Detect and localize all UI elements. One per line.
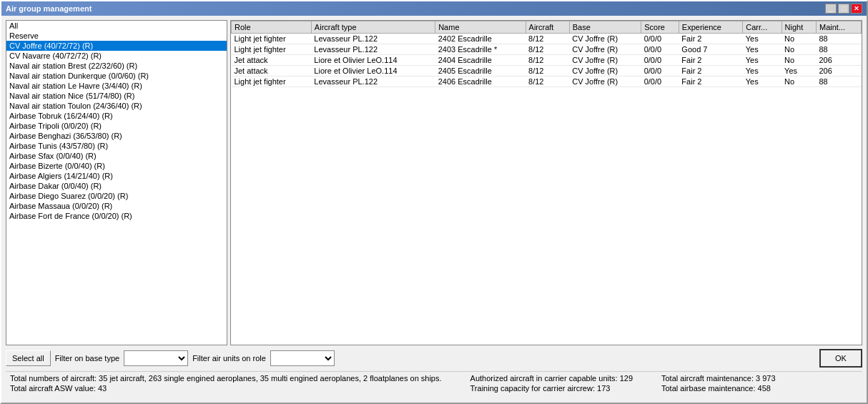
left-panel-item[interactable]: Airbase Algiers (14/21/40) (R) (6, 171, 227, 181)
air-group-management-window: Air group management _ □ ✕ AllReserveCV … (0, 0, 868, 404)
left-panel-item[interactable]: Airbase Massaua (0/0/20) (R) (6, 201, 227, 211)
table-cell: Jet attack (232, 55, 312, 66)
status-col-1: Total numbers of aircraft: 35 jet aircra… (10, 374, 442, 393)
status-line3: Authorized aircraft in carrier capable u… (470, 374, 633, 383)
table-cell: Yes (743, 34, 781, 44)
left-panel-item[interactable]: Airbase Tunis (43/57/80) (R) (6, 141, 227, 151)
table-cell: 88 (817, 44, 862, 55)
air-groups-table: RoleAircraft typeNameAircraftBaseScoreEx… (231, 21, 862, 87)
left-panel-item[interactable]: Airbase Bizerte (0/0/40) (R) (6, 161, 227, 171)
table-column-header[interactable]: Aircraft type (311, 21, 435, 34)
table-cell: 2405 Escadrille (435, 66, 526, 77)
table-cell: No (781, 44, 816, 55)
table-cell: 8/12 (526, 55, 569, 66)
left-panel-item[interactable]: Airbase Fort de France (0/0/20) (R) (6, 211, 227, 221)
table-cell: 0/0/0 (641, 55, 679, 66)
table-cell: CV Joffre (R) (569, 77, 641, 87)
table-row[interactable]: Light jet fighterLevasseur PL.1222403 Es… (232, 44, 862, 55)
table-column-header[interactable]: Maint... (817, 21, 862, 34)
table-row[interactable]: Light jet fighterLevasseur PL.1222402 Es… (232, 34, 862, 44)
table-cell: Yes (743, 77, 781, 87)
left-panel-item[interactable]: Naval air station Le Havre (3/4/40) (R) (6, 81, 227, 91)
ok-area: OK (819, 349, 862, 368)
table-column-header[interactable]: Base (569, 21, 641, 34)
table-cell: 2406 Escadrille (435, 77, 526, 87)
title-bar: Air group management _ □ ✕ (1, 1, 867, 16)
left-panel-item[interactable]: Airbase Tobruk (16/24/40) (R) (6, 111, 227, 121)
table-cell: Yes (743, 55, 781, 66)
filter-role-label: Filter air units on role (192, 354, 266, 363)
minimize-button[interactable]: _ (825, 4, 837, 14)
table-cell: Light jet fighter (232, 44, 312, 55)
status-col-2: Authorized aircraft in carrier capable u… (470, 374, 633, 393)
main-area: AllReserveCV Joffre (40/72/72) (R)CV Nav… (6, 20, 862, 345)
bottom-controls: Select all Filter on base type Filter ai… (6, 348, 862, 368)
left-panel-item[interactable]: All (6, 21, 227, 31)
table-cell: 2402 Escadrille (435, 34, 526, 44)
left-panel-item[interactable]: Airbase Dakar (0/0/40) (R) (6, 181, 227, 191)
status-line2: Total aircraft ASW value: 43 (10, 384, 442, 393)
status-line1: Total numbers of aircraft: 35 jet aircra… (10, 374, 442, 383)
left-panel[interactable]: AllReserveCV Joffre (40/72/72) (R)CV Nav… (6, 20, 227, 345)
table-cell: CV Joffre (R) (569, 66, 641, 77)
table-column-header[interactable]: Score (641, 21, 679, 34)
table-cell: 0/0/0 (641, 77, 679, 87)
table-cell: CV Joffre (R) (569, 34, 641, 44)
left-panel-item[interactable]: Naval air station Dunkerque (0/0/60) (R) (6, 71, 227, 81)
filter-base-dropdown[interactable] (124, 350, 188, 366)
table-cell: 8/12 (526, 66, 569, 77)
table-cell: Levasseur PL.122 (311, 44, 435, 55)
maximize-button[interactable]: □ (838, 4, 849, 14)
left-panel-item[interactable]: Naval air station Brest (22/32/60) (R) (6, 61, 227, 71)
status-line5: Total aircraft maintenance: 3 973 (661, 374, 776, 383)
table-cell: 2404 Escadrille (435, 55, 526, 66)
filter-base-label: Filter on base type (55, 354, 120, 363)
left-panel-item[interactable]: Airbase Tripoli (0/0/20) (R) (6, 121, 227, 131)
table-cell: Good 7 (679, 44, 742, 55)
right-panel: RoleAircraft typeNameAircraftBaseScoreEx… (230, 20, 862, 345)
filter-role-dropdown[interactable] (270, 350, 335, 366)
close-button[interactable]: ✕ (851, 4, 862, 14)
status-bar: Total numbers of aircraft: 35 jet aircra… (6, 371, 862, 398)
table-column-header[interactable]: Name (435, 21, 526, 34)
table-column-header[interactable]: Carr... (743, 21, 781, 34)
table-cell: Jet attack (232, 66, 312, 77)
table-cell: 8/12 (526, 77, 569, 87)
table-row[interactable]: Light jet fighterLevasseur PL.1222406 Es… (232, 77, 862, 87)
left-panel-item[interactable]: Airbase Benghazi (36/53/80) (R) (6, 131, 227, 141)
table-cell: 8/12 (526, 44, 569, 55)
table-cell: Liore et Olivier LeO.114 (311, 55, 435, 66)
table-cell: No (781, 77, 816, 87)
table-cell: Levasseur PL.122 (311, 77, 435, 87)
left-panel-item[interactable]: Airbase Sfax (0/0/40) (R) (6, 151, 227, 161)
left-panel-item[interactable]: CV Joffre (40/72/72) (R) (6, 41, 227, 51)
table-cell: 0/0/0 (641, 66, 679, 77)
left-panel-item[interactable]: Reserve (6, 31, 227, 41)
left-panel-item[interactable]: Naval air station Toulon (24/36/40) (R) (6, 101, 227, 111)
ok-button[interactable]: OK (819, 349, 862, 368)
table-row[interactable]: Jet attackLiore et Olivier LeO.1142405 E… (232, 66, 862, 77)
table-cell: 8/12 (526, 34, 569, 44)
table-cell: Yes (743, 44, 781, 55)
left-panel-item[interactable]: Airbase Diego Suarez (0/0/20) (R) (6, 191, 227, 201)
table-column-header[interactable]: Experience (679, 21, 742, 34)
table-cell: Light jet fighter (232, 34, 312, 44)
table-cell: Yes (781, 66, 816, 77)
table-column-header[interactable]: Role (232, 21, 312, 34)
table-cell: Fair 2 (679, 77, 742, 87)
left-panel-item[interactable]: Naval air station Nice (51/74/80) (R) (6, 91, 227, 101)
table-cell: Light jet fighter (232, 77, 312, 87)
left-panel-item[interactable]: CV Navarre (40/72/72) (R) (6, 51, 227, 61)
table-column-header[interactable]: Aircraft (526, 21, 569, 34)
table-cell: CV Joffre (R) (569, 44, 641, 55)
window-title: Air group management (6, 4, 92, 13)
title-bar-controls: _ □ ✕ (825, 4, 862, 14)
table-cell: Fair 2 (679, 55, 742, 66)
table-row[interactable]: Jet attackLiore et Olivier LeO.1142404 E… (232, 55, 862, 66)
window-content: AllReserveCV Joffre (40/72/72) (R)CV Nav… (1, 16, 867, 403)
select-all-button[interactable]: Select all (6, 350, 51, 366)
table-cell: 88 (817, 77, 862, 87)
table-cell: CV Joffre (R) (569, 55, 641, 66)
table-cell: 0/0/0 (641, 34, 679, 44)
table-column-header[interactable]: Night (781, 21, 816, 34)
